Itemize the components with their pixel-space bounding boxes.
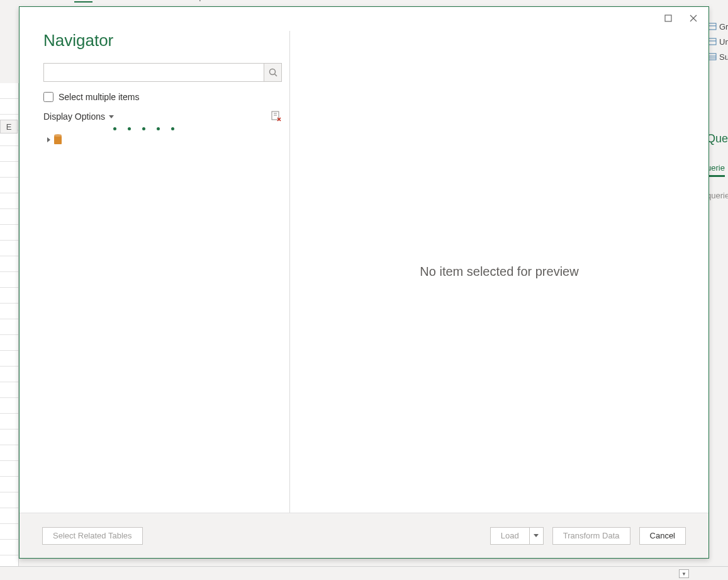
ribbon-tab-data[interactable]: Data xyxy=(74,0,93,3)
maximize-button[interactable] xyxy=(656,9,681,27)
ribbon-tab[interactable]: Review xyxy=(108,0,137,3)
loading-indicator xyxy=(43,127,282,134)
transform-data-button[interactable]: Transform Data xyxy=(552,527,630,545)
queries-pane-tab[interactable]: uerie xyxy=(707,163,725,177)
ribbon-outline-group: Gro Un Su xyxy=(708,19,728,64)
cancel-button[interactable]: Cancel xyxy=(639,527,686,545)
tree-expander-icon[interactable] xyxy=(47,137,50,142)
ribbon-tab[interactable]: Help xyxy=(186,0,204,3)
database-icon xyxy=(54,135,62,144)
search-field-wrap xyxy=(43,63,282,82)
svg-rect-4 xyxy=(708,54,716,60)
ribbon-ungroup-button[interactable]: Un xyxy=(708,34,728,49)
queries-pane-hint-text: querie xyxy=(707,191,728,200)
svg-rect-0 xyxy=(708,23,716,30)
svg-rect-7 xyxy=(665,15,671,21)
preview-panel: No item selected for preview xyxy=(290,31,708,513)
navigator-left-panel: Navigator Select multiple items Display … xyxy=(20,31,290,513)
ribbon-tab[interactable]: ulas xyxy=(43,0,59,3)
dialog-title: Navigator xyxy=(43,31,282,50)
preview-empty-message: No item selected for preview xyxy=(420,264,578,279)
search-input[interactable] xyxy=(44,64,262,81)
load-button[interactable]: Load xyxy=(491,528,529,544)
ribbon-tabs: ulas Data Review View Help PKE xyxy=(0,0,728,3)
select-multiple-checkbox-row[interactable]: Select multiple items xyxy=(43,92,282,102)
chevron-down-icon xyxy=(109,115,114,118)
ribbon-subtotal-button[interactable]: Su xyxy=(708,49,728,64)
svg-rect-2 xyxy=(708,38,716,45)
select-multiple-label: Select multiple items xyxy=(59,92,139,102)
close-button[interactable] xyxy=(681,9,706,27)
svg-point-10 xyxy=(269,69,275,75)
column-header-e[interactable]: E xyxy=(0,120,18,134)
chevron-down-icon xyxy=(534,534,539,537)
svg-line-11 xyxy=(274,74,277,77)
queries-pane-title: Que xyxy=(707,132,728,145)
worksheet-row-headers xyxy=(0,83,19,580)
search-icon[interactable] xyxy=(264,64,281,81)
dialog-footer: Select Related Tables Load Transform Dat… xyxy=(20,513,708,558)
select-multiple-checkbox[interactable] xyxy=(43,92,53,102)
select-related-tables-button[interactable]: Select Related Tables xyxy=(42,527,143,545)
tree-root-item[interactable] xyxy=(43,134,282,145)
ribbon-group-button[interactable]: Gro xyxy=(708,19,728,34)
display-options-dropdown[interactable]: Display Options xyxy=(43,111,114,122)
queries-pane: Que uerie querie xyxy=(707,132,728,200)
ribbon-tab[interactable]: PKE xyxy=(219,0,237,3)
scroll-dropdown[interactable]: ▼ xyxy=(679,569,689,578)
ribbon-tab[interactable]: View xyxy=(152,0,171,3)
refresh-icon[interactable] xyxy=(271,111,282,122)
navigator-dialog: Navigator Select multiple items Display … xyxy=(19,6,709,559)
load-dropdown[interactable] xyxy=(529,528,543,544)
horizontal-scrollbar[interactable]: ▼ xyxy=(0,566,728,580)
load-split-button[interactable]: Load xyxy=(490,527,544,545)
